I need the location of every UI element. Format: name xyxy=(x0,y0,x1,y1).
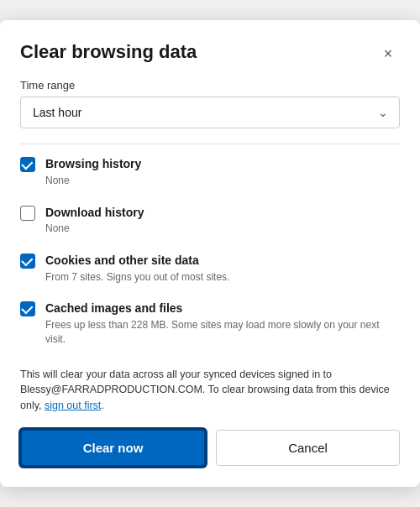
items-list: Browsing history None Download history N… xyxy=(20,148,407,354)
dialog-body: Time range Last hour Last 24 hours Last … xyxy=(0,79,420,414)
download-history-item[interactable]: Download history None xyxy=(20,196,400,244)
browsing-history-checkbox[interactable] xyxy=(20,157,35,172)
close-button[interactable]: × xyxy=(376,42,400,65)
cookies-title: Cookies and other site data xyxy=(45,253,229,269)
time-range-dropdown-wrapper: Last hour Last 24 hours Last 7 days Last… xyxy=(20,97,400,128)
dialog-title: Clear browsing data xyxy=(20,40,197,65)
browsing-history-subtitle: None xyxy=(45,174,141,188)
browsing-history-item[interactable]: Browsing history None xyxy=(20,148,400,196)
cookies-item[interactable]: Cookies and other site data From 7 sites… xyxy=(20,244,400,292)
cached-images-title: Cached images and files xyxy=(45,301,400,317)
download-history-subtitle: None xyxy=(45,222,144,236)
cached-images-text: Cached images and files Frees up less th… xyxy=(45,301,400,346)
cookies-text: Cookies and other site data From 7 sites… xyxy=(45,253,229,284)
clear-browsing-data-dialog: Clear browsing data × Time range Last ho… xyxy=(0,20,420,487)
cancel-button[interactable]: Cancel xyxy=(216,430,400,466)
time-range-label: Time range xyxy=(20,79,400,91)
sign-out-link[interactable]: sign out first xyxy=(45,400,101,411)
cached-images-checkbox-container xyxy=(20,301,35,316)
info-text-after-link: . xyxy=(101,400,103,411)
divider xyxy=(20,144,400,144)
info-text: This will clear your data across all you… xyxy=(20,367,400,414)
cookies-subtitle: From 7 sites. Signs you out of most site… xyxy=(45,270,229,285)
browsing-history-text: Browsing history None xyxy=(45,156,141,187)
browsing-history-title: Browsing history xyxy=(45,156,141,173)
cached-images-item[interactable]: Cached images and files Frees up less th… xyxy=(20,292,400,354)
dialog-header: Clear browsing data × xyxy=(0,40,420,79)
browsing-history-checkbox-container xyxy=(20,157,35,172)
clear-now-button[interactable]: Clear now xyxy=(20,429,206,467)
cached-images-checkbox[interactable] xyxy=(20,301,35,316)
cookies-checkbox[interactable] xyxy=(20,254,35,269)
dialog-footer: Clear now Cancel xyxy=(0,429,420,467)
download-history-checkbox-container xyxy=(20,206,35,221)
download-history-text: Download history None xyxy=(45,205,144,236)
cookies-checkbox-container xyxy=(20,254,35,269)
download-history-title: Download history xyxy=(45,205,144,222)
download-history-checkbox[interactable] xyxy=(20,206,35,221)
time-range-select[interactable]: Last hour Last 24 hours Last 7 days Last… xyxy=(20,97,400,128)
cached-images-subtitle: Frees up less than 228 MB. Some sites ma… xyxy=(45,318,400,347)
